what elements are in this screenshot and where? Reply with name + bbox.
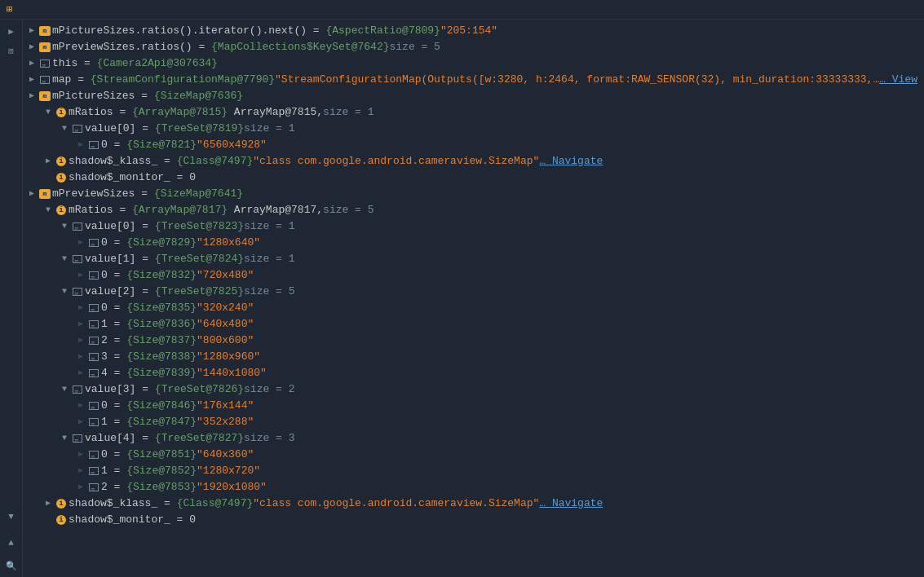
tree-line: 2 = {Size@7853} "1920x1080" bbox=[23, 479, 924, 496]
title-bar: ⊞ bbox=[0, 0, 924, 20]
toggle-btn[interactable] bbox=[75, 237, 86, 249]
toggle-btn[interactable] bbox=[75, 465, 86, 477]
tree-line: ishadow$_klass_ = {Class@7497} "class co… bbox=[23, 496, 924, 512]
tree-line: imRatios = {ArrayMap@7815} ArrayMap@7815… bbox=[23, 104, 924, 121]
sidebar-btn-2[interactable]: ⊞ bbox=[3, 42, 20, 59]
var-text: mPreviewSizes = {SizeMap@7641} bbox=[52, 187, 243, 201]
toggle-btn[interactable] bbox=[75, 400, 86, 412]
method-icon: m bbox=[39, 189, 51, 199]
toggle-btn[interactable] bbox=[75, 449, 86, 460]
variables-icon: ⊞ bbox=[7, 3, 12, 15]
toggle-btn[interactable] bbox=[75, 335, 86, 346]
sidebar-btn-1[interactable]: ▶ bbox=[3, 23, 20, 39]
tree-line: 2 = {Size@7837} "800x600" bbox=[23, 333, 924, 349]
tree-line: 1 = {Size@7852} "1280x720" bbox=[23, 463, 924, 479]
var-text: value[0] = {TreeSet@7823} bbox=[85, 219, 244, 234]
sidebar-btn-down[interactable]: ▼ bbox=[3, 509, 20, 525]
string-value: "800x600" bbox=[197, 333, 254, 348]
tree-line: ishadow$_klass_ = {Class@7497} "class co… bbox=[23, 153, 924, 170]
toggle-btn[interactable] bbox=[75, 302, 86, 314]
field-icon bbox=[89, 239, 99, 247]
navigate-link[interactable]: … Navigate bbox=[539, 496, 603, 511]
toggle-btn[interactable] bbox=[42, 498, 54, 509]
var-text: mPictureSizes.ratios().iterator().next()… bbox=[52, 24, 440, 38]
var-text: 0 = {Size@7851} bbox=[101, 447, 197, 462]
tree-line: 0 = {Size@7832} "720x480" bbox=[23, 267, 924, 284]
field-icon bbox=[89, 353, 99, 361]
tree-line: 0 = {Size@7846} "176x144" bbox=[23, 398, 924, 414]
tree-line: 1 = {Size@7847} "352x288" bbox=[23, 414, 924, 430]
var-text: 0 = {Size@7832} bbox=[101, 268, 197, 283]
var-text: 1 = {Size@7852} bbox=[101, 464, 197, 478]
tree-line: ishadow$_monitor_ = 0 bbox=[23, 512, 924, 528]
toggle-btn[interactable] bbox=[59, 433, 70, 444]
toggle-btn[interactable] bbox=[26, 58, 38, 69]
var-text: 0 = {Size@7835} bbox=[101, 301, 197, 315]
tree-line: 0 = {Size@7829} "1280x640" bbox=[23, 235, 924, 251]
toggle-btn[interactable] bbox=[26, 90, 38, 102]
variables-panel: mmPictureSizes.ratios().iterator().next(… bbox=[23, 20, 924, 577]
field-icon bbox=[40, 76, 50, 84]
sidebar-btn-inspect[interactable]: 🔍 bbox=[3, 557, 20, 574]
var-text: 0 = {Size@7846} bbox=[101, 399, 197, 413]
string-value: "1280x640" bbox=[197, 236, 260, 250]
tree-line: 4 = {Size@7839} "1440x1080" bbox=[23, 365, 924, 381]
tree-line: 0 = {Size@7835} "320x240" bbox=[23, 300, 924, 316]
navigate-link[interactable]: … View bbox=[879, 73, 917, 87]
toggle-btn[interactable] bbox=[75, 416, 86, 428]
var-text: shadow$_klass_ = {Class@7497} bbox=[69, 154, 253, 169]
field-icon bbox=[89, 451, 99, 459]
toggle-btn[interactable] bbox=[59, 384, 70, 395]
string-value: "StreamConfigurationMap(Outputs([w:3280,… bbox=[275, 73, 879, 87]
var-text: shadow$_monitor_ = 0 bbox=[69, 170, 196, 185]
field-icon bbox=[89, 369, 99, 377]
tree-line: mmPreviewSizes.ratios() = {MapCollection… bbox=[23, 39, 924, 55]
navigate-link[interactable]: … Navigate bbox=[539, 154, 603, 169]
sidebar-btn-up[interactable]: ▲ bbox=[3, 535, 20, 551]
tree-line: map = {StreamConfigurationMap@7790} "Str… bbox=[23, 72, 924, 88]
tree-line: value[2] = {TreeSet@7825} size = 5 bbox=[23, 284, 924, 300]
object-icon: i bbox=[56, 156, 66, 166]
toggle-btn[interactable] bbox=[75, 270, 86, 281]
tree-line: ishadow$_monitor_ = 0 bbox=[23, 170, 924, 186]
toggle-btn[interactable] bbox=[75, 319, 86, 330]
toggle-btn[interactable] bbox=[75, 351, 86, 363]
toggle-btn[interactable] bbox=[75, 368, 86, 379]
toggle-btn[interactable] bbox=[42, 156, 54, 167]
tree-line: imRatios = {ArrayMap@7817} ArrayMap@7817… bbox=[23, 202, 924, 218]
field-icon bbox=[89, 337, 99, 345]
toggle-btn[interactable] bbox=[42, 107, 54, 118]
toggle-btn[interactable] bbox=[59, 286, 70, 297]
var-text: value[2] = {TreeSet@7825} bbox=[85, 284, 244, 299]
string-value: "320x240" bbox=[197, 301, 254, 315]
string-value: "640x360" bbox=[197, 447, 254, 462]
field-icon bbox=[73, 125, 82, 133]
toggle-btn[interactable] bbox=[75, 482, 86, 493]
toggle-btn[interactable] bbox=[26, 42, 38, 53]
tree-line: value[0] = {TreeSet@7823} size = 1 bbox=[23, 218, 924, 235]
footer-url bbox=[911, 574, 924, 577]
size-info: size = 1 bbox=[244, 219, 294, 234]
toggle-btn[interactable] bbox=[26, 25, 38, 37]
field-icon bbox=[89, 418, 99, 426]
toggle-btn[interactable] bbox=[42, 205, 54, 216]
var-text: mPreviewSizes.ratios() = {MapCollections… bbox=[52, 40, 389, 55]
var-text: value[3] = {TreeSet@7826} bbox=[85, 382, 244, 397]
field-icon bbox=[73, 222, 82, 231]
toggle-btn[interactable] bbox=[59, 123, 70, 134]
field-icon bbox=[89, 467, 99, 475]
field-icon bbox=[89, 141, 99, 149]
toggle-btn[interactable] bbox=[26, 74, 38, 86]
string-value: "720x480" bbox=[197, 268, 254, 283]
toggle-btn[interactable] bbox=[59, 253, 70, 265]
field-icon bbox=[89, 271, 99, 280]
toggle-btn[interactable] bbox=[59, 221, 70, 232]
tree-line: value[0] = {TreeSet@7819} size = 1 bbox=[23, 121, 924, 137]
toggle-btn[interactable] bbox=[75, 139, 86, 151]
field-icon bbox=[89, 320, 99, 328]
var-text: value[1] = {TreeSet@7824} bbox=[85, 252, 244, 266]
string-value: "1920x1080" bbox=[197, 480, 267, 495]
var-text: 1 = {Size@7847} bbox=[101, 415, 197, 429]
field-icon bbox=[89, 483, 99, 491]
toggle-btn[interactable] bbox=[26, 188, 38, 200]
